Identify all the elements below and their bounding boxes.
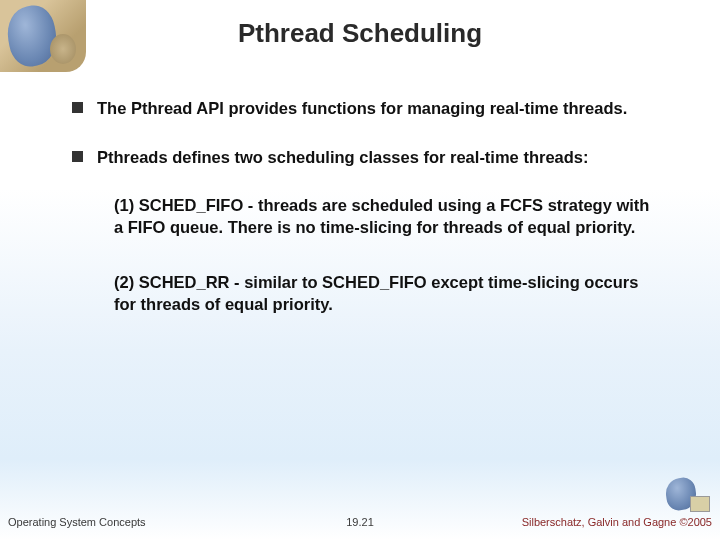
subpoint-text: (2) SCHED_RR - similar to SCHED_FIFO exc… bbox=[114, 272, 660, 315]
subpoint-text: (1) SCHED_FIFO - threads are scheduled u… bbox=[114, 195, 660, 238]
square-bullet-icon bbox=[72, 151, 83, 162]
slide-content: The Pthread API provides functions for m… bbox=[72, 98, 670, 349]
bullet-text: The Pthread API provides functions for m… bbox=[97, 98, 627, 119]
square-bullet-icon bbox=[72, 102, 83, 113]
bullet-text: Pthreads defines two scheduling classes … bbox=[97, 147, 588, 168]
bullet-item: Pthreads defines two scheduling classes … bbox=[72, 147, 670, 168]
footer-copyright: Silberschatz, Galvin and Gagne ©2005 bbox=[522, 516, 712, 528]
bullet-item: The Pthread API provides functions for m… bbox=[72, 98, 670, 119]
slide-footer: Operating System Concepts 19.21 Silbersc… bbox=[0, 504, 720, 528]
slide-title: Pthread Scheduling bbox=[0, 18, 720, 49]
